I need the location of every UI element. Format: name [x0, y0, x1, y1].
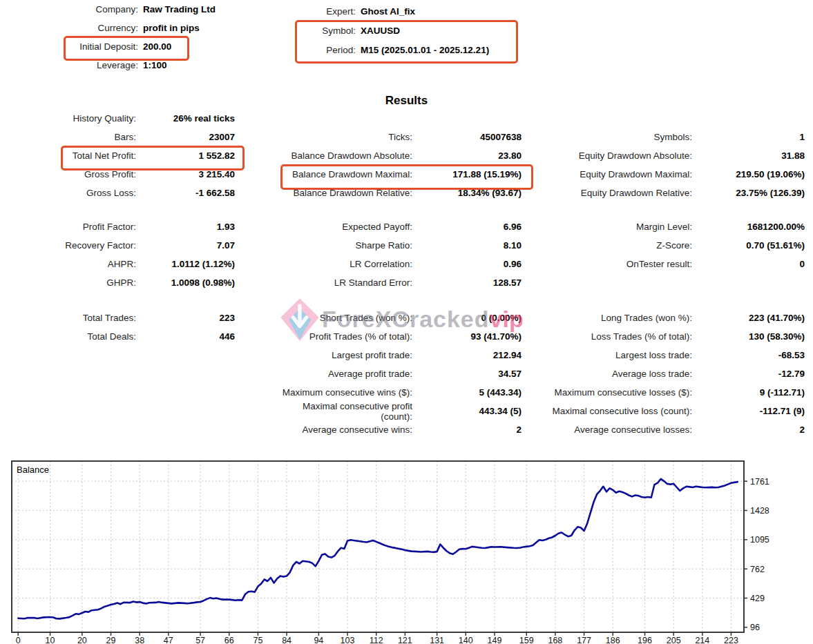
stat-label: Total Trades:: [7, 313, 136, 323]
stat-value: 6.96: [418, 222, 522, 232]
stat-value: 223: [142, 313, 235, 323]
stat-value: 0: [698, 259, 805, 269]
stat-label: Loss Trades (% of total):: [549, 331, 692, 342]
stat-pair: Sharpe Ratio:8.10: [276, 240, 522, 251]
stat-row: Average consecutive wins:2Average consec…: [7, 420, 805, 439]
x-axis-label: 186: [606, 636, 620, 644]
x-axis-label: 177: [577, 636, 591, 644]
field-value: XAUUSD: [361, 26, 400, 36]
stat-pair: Equity Drawdown Relative:23.75% (126.39): [549, 188, 805, 198]
stat-pair: Total Trades:223: [7, 313, 235, 323]
x-axis-label: 223: [724, 636, 738, 644]
header-row: Period:M15 (2025.01.01 - 2025.12.21): [297, 40, 489, 59]
balance-curve: [18, 479, 737, 619]
header-right-block: Expert:Ghost AI_fixSymbol:XAUUSDPeriod:M…: [297, 1, 489, 59]
stat-label: Equity Drawdown Relative:: [549, 188, 692, 198]
stat-pair: Balance Drawdown Absolute:23.80: [276, 150, 522, 161]
field-value: Raw Trading Ltd: [143, 4, 216, 14]
stat-pair: Z-Score:0.70 (51.61%): [549, 240, 805, 251]
stat-label: Largest profit trade:: [276, 350, 412, 360]
field-label: Period:: [297, 45, 356, 55]
stat-label: Bars:: [7, 132, 136, 142]
stat-value: 5 (443.34): [418, 387, 522, 398]
stat-pair: Balance Drawdown Maximal:171.88 (15.19%): [276, 169, 522, 179]
stat-value: 23007: [142, 132, 235, 142]
field-value: 1:100: [143, 60, 167, 70]
stat-value: 212.94: [418, 350, 522, 360]
stat-label: Equity Drawdown Absolute:: [549, 150, 692, 161]
stat-value: 446: [142, 331, 235, 342]
y-axis-label: 762: [750, 565, 765, 574]
stat-pair: Profit Factor:1.93: [7, 222, 235, 232]
x-axis-label: 20: [77, 636, 87, 644]
stat-label: Sharpe Ratio:: [276, 240, 412, 251]
field-label: Currency:: [7, 23, 138, 33]
stat-value: 23.75% (126.39): [698, 188, 805, 198]
y-axis-label: 1761: [750, 477, 769, 487]
stat-label: Average consecutive wins:: [276, 425, 412, 435]
stat-value: 1.0098 (0.98%): [142, 277, 235, 288]
results-title: Results: [0, 94, 813, 108]
stat-row: Total Net Profit:1 552.82Balance Drawdow…: [7, 146, 805, 165]
stat-label: Average profit trade:: [276, 369, 412, 379]
stat-pair: Balance Drawdown Relative:18.34% (93.67): [276, 188, 522, 198]
stat-value: 130 (58.30%): [698, 331, 805, 342]
stat-value: 34.57: [418, 369, 522, 379]
stat-label: Maximal consecutive loss (count):: [549, 406, 692, 416]
stat-label: Balance Drawdown Maximal:: [276, 169, 412, 179]
stat-value: -68.53: [698, 350, 805, 360]
stat-pair: Average profit trade:34.57: [276, 369, 522, 379]
stat-value: 223 (41.70%): [698, 313, 805, 323]
stat-label: Balance Drawdown Absolute:: [276, 150, 412, 161]
spacer: [7, 202, 805, 217]
stat-pair: LR Standard Error:128.57: [276, 277, 522, 288]
x-axis-label: 214: [695, 636, 709, 644]
header-row: Initial Deposit:200.00: [7, 37, 216, 56]
stat-pair: Largest profit trade:212.94: [276, 350, 522, 360]
stat-label: LR Standard Error:: [276, 277, 412, 288]
stat-pair: OnTester result:0: [549, 259, 805, 269]
stat-label: Symbols:: [549, 132, 692, 142]
y-axis-label: 1428: [750, 506, 769, 516]
stat-label: Equity Drawdown Maximal:: [549, 169, 692, 179]
y-axis-label: 429: [750, 594, 765, 603]
x-axis-label: 168: [548, 636, 562, 644]
stat-label: Maximum consecutive losses ($):: [549, 387, 692, 398]
chart-legend-label: Balance: [17, 465, 49, 475]
x-axis-label: 29: [106, 636, 116, 644]
stat-label: Margin Level:: [549, 222, 692, 232]
stat-pair: Long Trades (won %):223 (41.70%): [549, 313, 805, 323]
stat-label: LR Correlation:: [276, 259, 412, 269]
x-axis-label: 159: [519, 636, 534, 644]
stat-pair: Expected Payoff:6.96: [276, 222, 522, 232]
x-axis-label: 47: [164, 636, 173, 644]
x-axis-label: 149: [488, 636, 502, 644]
stat-pair: Maximum consecutive losses ($):9 (-112.7…: [549, 387, 805, 398]
y-axis-label: 1095: [750, 535, 769, 545]
stat-value: 0 (0.00%): [418, 313, 522, 323]
stat-value: 26% real ticks: [142, 113, 235, 124]
stat-value: 1.0112 (1.12%): [142, 259, 235, 269]
stat-row: Bars:23007Ticks:45007638Symbols:1: [7, 128, 805, 146]
header-row: Leverage:1:100: [7, 56, 216, 75]
stat-value: 2: [698, 425, 805, 435]
x-axis-label: 66: [224, 636, 234, 644]
stat-label: Profit Trades (% of total):: [276, 331, 412, 342]
x-axis-label: 131: [430, 636, 444, 644]
x-axis-label: 112: [370, 636, 383, 644]
x-axis-label: 38: [135, 636, 144, 644]
stat-label: Profit Factor:: [7, 222, 136, 232]
stat-pair: Average consecutive losses:2: [549, 425, 805, 435]
stat-label: Long Trades (won %):: [549, 313, 692, 323]
stat-label: Total Net Profit:: [7, 150, 136, 161]
field-label: Expert:: [297, 6, 356, 17]
stat-value: 23.80: [418, 150, 522, 161]
stat-label: Balance Drawdown Relative:: [276, 188, 412, 198]
x-axis-label: 10: [46, 636, 55, 644]
header-row: Currency:profit in pips: [7, 19, 216, 37]
y-axis-label: 96: [750, 623, 760, 632]
stat-row: GHPR:1.0098 (0.98%)LR Standard Error:128…: [7, 273, 805, 292]
stat-row: Largest profit trade:212.94Largest loss …: [7, 346, 805, 364]
stat-label: Average consecutive losses:: [549, 425, 692, 435]
stat-row: Profit Factor:1.93Expected Payoff:6.96Ma…: [7, 217, 805, 236]
